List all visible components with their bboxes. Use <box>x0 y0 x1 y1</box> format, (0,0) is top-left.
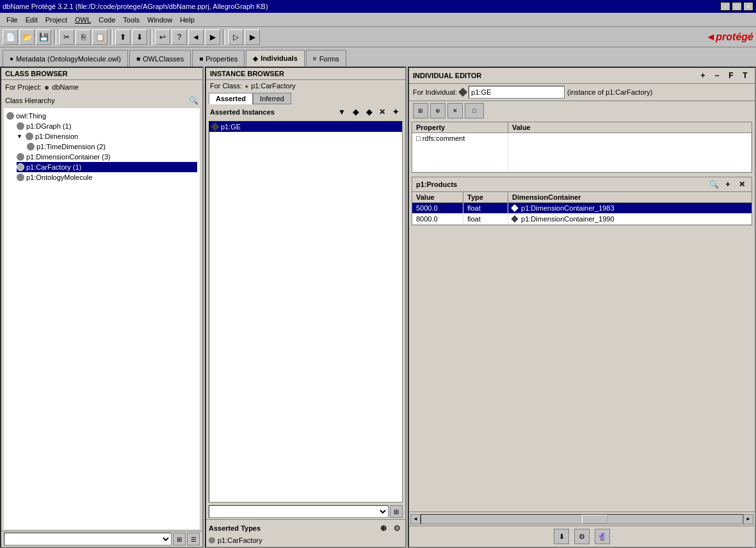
dimension-icon <box>26 133 33 140</box>
products-cell-type-1: float <box>463 203 508 213</box>
tab-individuals[interactable]: ◆ Individuals <box>246 50 304 67</box>
ind-minus-btn[interactable]: − <box>711 70 723 81</box>
class-dropdown[interactable] <box>4 533 172 545</box>
ind-bottom-btn-3[interactable]: 🔮 <box>595 529 610 544</box>
ind-bottom-btn-2[interactable]: ⚙ <box>574 529 590 544</box>
ind-f-btn[interactable]: F <box>725 70 737 81</box>
ind-tool-2[interactable]: ⊕ <box>430 103 446 118</box>
close-button[interactable]: × <box>743 2 753 11</box>
tree-item-dimension[interactable]: ▼ p1:Dimension <box>17 131 197 141</box>
scroll-thumb[interactable] <box>582 515 607 524</box>
tree-item-dimensioncontainer[interactable]: p1:DimensionContainer (3) <box>17 152 197 162</box>
prop-table-header: Property Value <box>412 122 752 133</box>
properties-icon: ■ <box>199 55 203 62</box>
toolbar-save[interactable]: 💾 <box>36 29 51 45</box>
class-view-btn[interactable]: ⊞ <box>173 533 186 545</box>
products-cell-value-1: 5000.0 <box>412 203 463 213</box>
ind-tool-1[interactable]: ⊞ <box>413 103 428 118</box>
minimize-button[interactable]: − <box>720 2 730 11</box>
scroll-left-arrow[interactable]: ◄ <box>410 514 421 524</box>
menu-edit[interactable]: Edit <box>22 15 42 25</box>
asserted-delete-btn[interactable]: ✕ <box>376 106 388 118</box>
owlclasses-icon: ■ <box>136 55 140 62</box>
menu-project[interactable]: Project <box>42 15 71 25</box>
products-add-btn[interactable]: + <box>722 179 734 190</box>
individual-name-input[interactable] <box>469 86 565 99</box>
tree-item-carfactory[interactable]: p1:CarFactory (1) <box>17 162 197 172</box>
toolbar-paste[interactable]: 📋 <box>92 29 108 45</box>
asserted-types-list-btn[interactable]: ⊙ <box>391 522 403 534</box>
individual-editor-controls: + − F T <box>697 70 751 81</box>
ind-add-btn[interactable]: + <box>697 70 709 81</box>
asserted-add-btn[interactable]: ◆ <box>350 106 361 118</box>
scroll-track[interactable] <box>421 514 743 524</box>
tree-item-ontologymolecule[interactable]: p1:OntologyMolecule <box>17 172 197 182</box>
asserted-copy-btn[interactable]: ◆ <box>363 106 374 118</box>
title-bar: dbName Protégé 3.2.1 (file:/D:/code/prot… <box>0 0 756 13</box>
asserted-find-btn[interactable]: ✦ <box>390 106 401 118</box>
class-tree[interactable]: owl:Thing p1:DGraph (1) ▼ p1:Dimension p… <box>4 108 200 529</box>
instance-tabs: Asserted Inferred <box>206 92 405 104</box>
products-row-1[interactable]: 5000.0 float p1:DimensionContainer_1983 <box>412 203 752 214</box>
toolbar-back[interactable]: ◄ <box>188 29 204 45</box>
tab-properties[interactable]: ■ Properties <box>192 50 245 67</box>
scroll-right-arrow[interactable]: ► <box>743 514 753 524</box>
class-search-button[interactable]: 🔍 <box>189 96 198 105</box>
products-close-btn[interactable]: ✕ <box>736 179 748 190</box>
toolbar-sep2 <box>110 29 113 45</box>
products-find-btn[interactable]: 🔍 <box>708 179 720 190</box>
toolbar-cut[interactable]: ✂ <box>59 29 74 45</box>
asserted-icons: ▼ ◆ ◆ ✕ ✦ <box>336 106 401 118</box>
instance-search-area: ⊞ <box>206 504 405 519</box>
menu-window[interactable]: Window <box>143 15 176 25</box>
tab-owlclasses[interactable]: ■ OWLClasses <box>129 50 191 67</box>
toolbar-new[interactable]: 📄 <box>3 29 18 45</box>
toolbar-forward[interactable]: ▶ <box>205 29 220 45</box>
toolbar-export[interactable]: ⬇ <box>132 29 147 45</box>
ind-tool-4[interactable]: □ <box>465 103 484 118</box>
tab-inferred[interactable]: Inferred <box>253 93 291 104</box>
tree-item-owlthing[interactable]: owl:Thing <box>6 111 197 121</box>
toolbar-undo[interactable]: ↩ <box>155 29 170 45</box>
ind-tool-3[interactable]: ✕ <box>447 103 463 118</box>
tree-item-timedimension[interactable]: p1:TimeDimension (2) <box>27 141 197 152</box>
metadata-icon: ● <box>10 55 13 62</box>
menu-file[interactable]: File <box>3 15 22 25</box>
instance-browser-panel: INSTANCE BROWSER For Class: ● p1:CarFact… <box>205 67 406 548</box>
toolbar-sep4 <box>223 29 225 45</box>
maximize-button[interactable]: □ <box>732 2 742 11</box>
individual-editor-spacer <box>409 228 755 512</box>
toolbar-refresh[interactable]: ? <box>172 29 187 45</box>
instance-item-p1ge[interactable]: p1:GE <box>209 122 402 132</box>
tab-forms[interactable]: ≡ Forms <box>306 50 346 67</box>
asserted-dropdown-btn[interactable]: ▼ <box>336 106 348 118</box>
instance-view-btn[interactable]: ⊞ <box>390 505 403 518</box>
tab-metadata[interactable]: ● Metadata (OntologyMolecule.owl) <box>3 50 128 67</box>
menu-tools[interactable]: Tools <box>119 15 143 25</box>
toolbar-play[interactable]: ▷ <box>228 29 243 45</box>
toolbar-copy[interactable]: ⎘ <box>76 29 91 45</box>
menu-owl[interactable]: OWL <box>71 15 95 25</box>
menu-help[interactable]: Help <box>176 15 198 25</box>
protege-logo: ◄protégé <box>705 31 753 43</box>
timedimension-icon <box>27 143 35 150</box>
prop-cell-value[interactable] <box>508 133 752 172</box>
toolbar-import[interactable]: ⬆ <box>115 29 131 45</box>
ind-bottom-btn-1[interactable]: ⬇ <box>554 529 569 544</box>
ind-t-btn[interactable]: T <box>739 70 751 81</box>
products-row-2[interactable]: 8000.0 float p1:DimensionContainer_1990 <box>412 214 752 225</box>
instance-list[interactable]: p1:GE <box>209 121 403 503</box>
toolbar-open[interactable]: 📂 <box>19 29 35 45</box>
instance-search-dropdown[interactable] <box>209 505 389 518</box>
forms-icon: ≡ <box>313 55 317 62</box>
tab-asserted[interactable]: Asserted <box>209 93 253 104</box>
bottom-scrollbar[interactable]: ◄ ► <box>409 512 755 526</box>
products-header-icons: 🔍 + ✕ <box>708 179 748 190</box>
individual-top-bar: For Individual: (instance of p1:CarFacto… <box>409 84 755 101</box>
tree-item-dgraph[interactable]: p1:DGraph (1) <box>17 121 197 131</box>
class-list-btn[interactable]: ☰ <box>187 533 200 545</box>
toolbar-stop[interactable]: ▶ <box>245 29 260 45</box>
asserted-types-add-btn[interactable]: ⊕ <box>378 522 389 534</box>
prop-cell-property: □ rdfs:comment <box>412 133 508 172</box>
menu-code[interactable]: Code <box>95 15 119 25</box>
